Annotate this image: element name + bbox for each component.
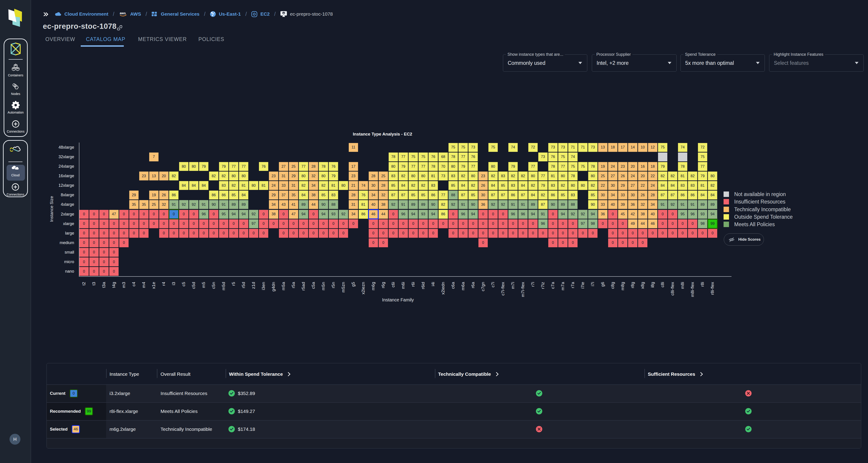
svg-text:aws: aws	[120, 11, 126, 15]
